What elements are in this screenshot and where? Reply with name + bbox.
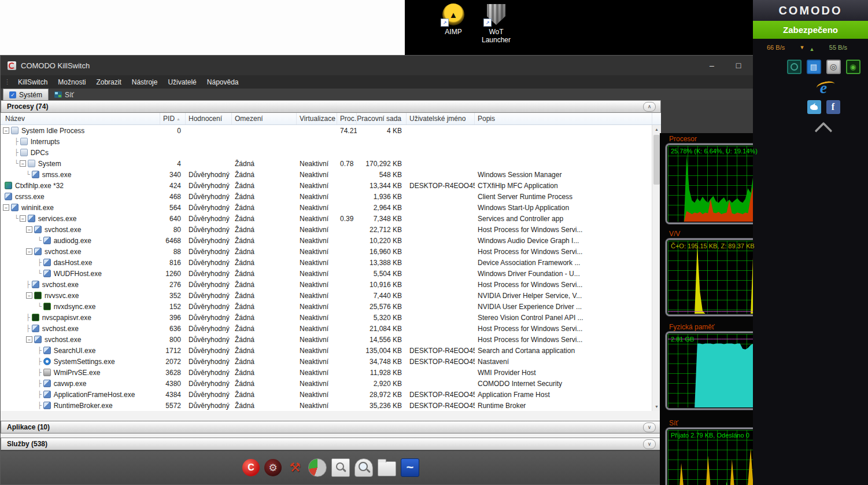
find-process-icon[interactable] (354, 458, 373, 477)
cell-pid: 396 (160, 314, 186, 322)
repair-tools-icon[interactable] (286, 459, 304, 476)
collapse-node-icon[interactable] (26, 336, 32, 343)
desktop-icon-wot-launcher[interactable]: ↗ WoT Launcher (478, 3, 515, 44)
expand-applications-button[interactable]: ∨ (643, 422, 656, 432)
table-row[interactable]: └ smss.exe 340 Důvěryhodný Žádná Neaktiv… (1, 169, 652, 180)
table-row[interactable]: ├ SystemSettings.exe 2072 Důvěryhodný Žá… (1, 356, 652, 367)
table-row[interactable]: svchost.exe 800 Důvěryhodný Žádná Neakti… (1, 334, 652, 345)
resource-usage-icon[interactable] (308, 458, 327, 477)
twitter-icon[interactable] (807, 100, 821, 114)
table-row[interactable]: ├ nvscpapisvr.exe 396 Důvěryhodný Žádná … (1, 312, 652, 323)
collapse-node-icon[interactable] (26, 292, 32, 299)
table-row[interactable]: ├ WmiPrvSE.exe 3628 Důvěryhodný Žádná Ne… (1, 367, 652, 378)
table-row[interactable]: Ctxfihlp.exe *32 424 Důvěryhodný Žádná N… (1, 180, 652, 191)
table-row[interactable]: ├ SearchUI.exe 1712 Důvěryhodný Žádná Ne… (1, 345, 652, 356)
performance-monitor-icon[interactable] (401, 458, 419, 477)
scrollbar-thumb[interactable] (653, 135, 660, 185)
col-proc[interactable]: Proc... (337, 113, 357, 124)
section-services[interactable]: Služby (538) ∨ (1, 438, 661, 450)
cell-pid: 88 (160, 248, 186, 256)
col-nazev[interactable]: Název (1, 113, 160, 124)
folder-icon[interactable] (378, 461, 396, 476)
widget-app-3-icon[interactable] (826, 60, 841, 74)
expand-services-button[interactable]: ∨ (643, 439, 656, 449)
cell-limit: Žádná (232, 193, 297, 201)
collapse-node-icon[interactable] (3, 204, 9, 211)
cell-pid: 1260 (160, 270, 186, 278)
table-row[interactable]: └ services.exe 640 Důvěryhodný Žádná Nea… (1, 213, 652, 224)
table-row[interactable]: └ WUDFHost.exe 1260 Důvěryhodný Žádná Ne… (1, 268, 652, 279)
table-row[interactable]: wininit.exe 564 Důvěryhodný Žádná Neakti… (1, 202, 652, 213)
col-virtualizace[interactable]: Virtualizace (297, 113, 337, 124)
collapse-node-icon[interactable] (20, 160, 26, 167)
cell-name: ├ Interrupts (1, 138, 160, 146)
table-row[interactable]: ├ ApplicationFrameHost.exe 4384 Důvěryho… (1, 389, 652, 400)
table-row[interactable]: └ System 4 Žádná Neaktivní 0.78 170,292 … (1, 158, 652, 169)
menu-nastroje[interactable]: Nástroje (127, 78, 163, 86)
table-row[interactable]: ├ svchost.exe 276 Důvěryhodný Žádná Neak… (1, 279, 652, 290)
graph-value-overlay: Přijato 2.79 KB, Odesláno 0 (671, 432, 749, 439)
widget-app-1-icon[interactable] (787, 60, 801, 74)
table-row[interactable]: ├ cavwp.exe 4380 Důvěryhodný Žádná Neakt… (1, 378, 652, 389)
col-popis[interactable]: Popis (475, 113, 652, 124)
killswitch-icon[interactable] (264, 459, 282, 476)
facebook-icon[interactable]: f (826, 100, 840, 114)
menu-zobrazit[interactable]: Zobrazit (91, 78, 126, 86)
collapse-node-icon[interactable] (20, 215, 26, 222)
maximize-button[interactable]: □ (725, 56, 752, 75)
section-processes[interactable]: Procesy (74) ∧ (1, 100, 661, 113)
collapse-processes-button[interactable]: ∧ (643, 102, 656, 112)
collapse-node-icon[interactable] (26, 226, 32, 233)
col-hodnoceni[interactable]: Hodnocení (186, 113, 232, 124)
widget-app-4-icon[interactable] (846, 60, 860, 74)
collapse-node-icon[interactable] (3, 127, 9, 134)
table-row[interactable]: svchost.exe 88 Důvěryhodný Žádná Neaktiv… (1, 246, 652, 257)
table-row[interactable]: ├ Interrupts (1, 136, 652, 147)
collapse-node-icon[interactable] (26, 248, 32, 255)
cell-working-set: 14,556 KB (357, 336, 407, 344)
table-row[interactable]: ├ dasHost.exe 816 Důvěryhodný Žádná Neak… (1, 257, 652, 268)
aimp-icon: ↗ (442, 3, 464, 25)
title-bar[interactable]: COMODO KillSwitch – □ × (1, 56, 778, 75)
table-row[interactable]: └ nvxdsync.exe 152 Důvěryhodný Žádná Nea… (1, 301, 652, 312)
cell-name: ├ dasHost.exe (1, 259, 160, 267)
wot-launcher-icon: ↗ (485, 3, 507, 25)
table-row[interactable]: └ audiodg.exe 6468 Důvěryhodný Žádná Nea… (1, 235, 652, 246)
tab-sit[interactable]: Síť (49, 89, 80, 100)
search-window-icon[interactable] (331, 458, 350, 477)
table-row[interactable]: ├ DPCs (1, 147, 652, 158)
menu-napoveda[interactable]: Nápověda (202, 78, 244, 86)
menu-moznosti[interactable]: Možnosti (53, 78, 91, 86)
desktop-icon-label: WoT Launcher (478, 28, 515, 44)
cell-working-set: 548 KB (357, 171, 407, 179)
table-row[interactable]: svchost.exe 80 Důvěryhodný Žádná Neaktiv… (1, 224, 652, 235)
col-pracovni-sada[interactable]: Pracovní sada (357, 113, 407, 124)
minimize-button[interactable]: – (699, 56, 725, 75)
table-row[interactable]: nvvsvc.exe 352 Důvěryhodný Žádná Neaktiv… (1, 290, 652, 301)
internet-explorer-icon[interactable]: e (820, 80, 827, 96)
widget-app-2-icon[interactable] (807, 60, 821, 74)
tree-connector: ├ (38, 369, 42, 376)
cell-description: Runtime Broker (475, 402, 652, 410)
menu-killswitch[interactable]: KillSwitch (13, 78, 53, 86)
table-row[interactable]: ├ svchost.exe 636 Důvěryhodný Žádná Neak… (1, 323, 652, 334)
table-row[interactable]: System Idle Process 0 74.21 4 KB (1, 125, 652, 136)
comodo-logo-icon[interactable] (242, 459, 260, 476)
cell-working-set: 4 KB (357, 127, 407, 135)
col-uzivatelske-jmeno[interactable]: Uživatelské jméno (407, 113, 475, 124)
cell-name: Ctxfihlp.exe *32 (1, 182, 160, 190)
collapse-widget-icon[interactable] (814, 122, 832, 139)
tab-system[interactable]: ✓ Systém (3, 89, 49, 100)
cell-description: Host Process for Windows Servi... (475, 226, 652, 234)
section-applications[interactable]: Aplikace (10) ∨ (1, 421, 661, 433)
table-row[interactable]: ├ RuntimeBroker.exe 5572 Důvěryhodný Žád… (1, 400, 652, 411)
col-pid[interactable]: PID▲ (160, 113, 186, 124)
cell-rating: Důvěryhodný (186, 369, 232, 377)
scroll-up-icon[interactable]: ▲ (652, 125, 661, 134)
cell-pid: 152 (160, 303, 186, 311)
col-omezeni[interactable]: Omezení (232, 113, 297, 124)
table-row[interactable]: csrss.exe 468 Důvěryhodný Žádná Neaktivn… (1, 191, 652, 202)
desktop-icon-aimp[interactable]: ↗ AIMP (435, 3, 472, 36)
menu-uzivatele[interactable]: Uživatelé (162, 78, 201, 86)
cell-name: └ nvxdsync.exe (1, 303, 160, 311)
